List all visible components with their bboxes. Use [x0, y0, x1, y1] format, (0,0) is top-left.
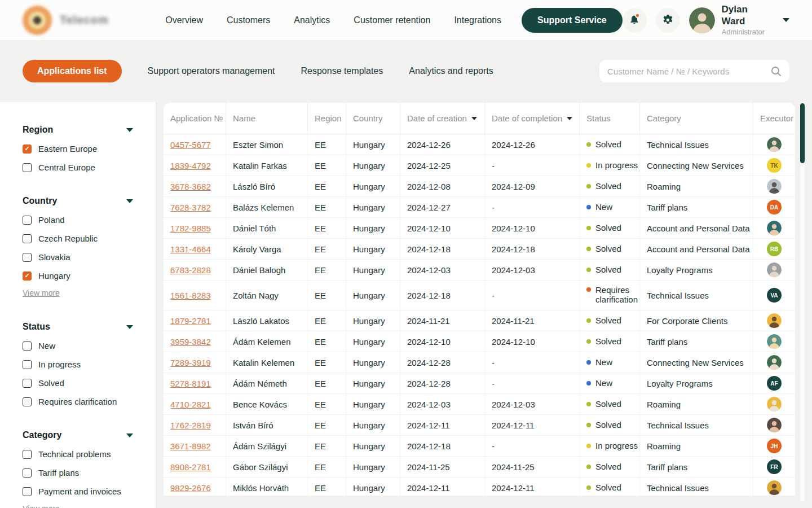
- executor-avatar[interactable]: FR: [767, 459, 782, 474]
- executor-avatar[interactable]: JH: [767, 439, 782, 453]
- executor-avatar[interactable]: RB: [767, 242, 782, 256]
- sort-chevron-icon[interactable]: [471, 117, 477, 120]
- application-number-link[interactable]: 1879-2781: [170, 316, 211, 326]
- chevron-down-icon[interactable]: [126, 325, 133, 329]
- checkbox[interactable]: [23, 163, 32, 172]
- filter-option-new[interactable]: New: [23, 341, 133, 351]
- filter-option-payment-and-invoices[interactable]: Payment and invoices: [23, 487, 133, 496]
- chevron-down-icon[interactable]: [126, 199, 133, 203]
- tab-response-templates[interactable]: Response templates: [301, 66, 383, 76]
- application-number-link[interactable]: 0457-5677: [170, 140, 211, 150]
- application-number-link[interactable]: 3959-3842: [170, 337, 211, 347]
- filter-option-central-europe[interactable]: Central Europe: [23, 163, 133, 172]
- filter-option-requires-clarification[interactable]: Requires clarification: [23, 397, 133, 406]
- cell-application-number: 4710-2821: [164, 394, 226, 414]
- executor-avatar[interactable]: AF: [767, 376, 782, 391]
- application-number-link[interactable]: 3678-3682: [170, 182, 211, 191]
- tab-support-operators-management[interactable]: Support operators management: [148, 66, 275, 76]
- application-number-link[interactable]: 1561-8283: [170, 291, 211, 300]
- executor-avatar[interactable]: [767, 221, 782, 235]
- status-label: Solved: [595, 336, 621, 346]
- application-number-link[interactable]: 7289-3919: [170, 358, 211, 367]
- executor-avatar[interactable]: [767, 480, 782, 495]
- executor-avatar[interactable]: VA: [767, 288, 782, 303]
- column-header-label: Executor: [760, 113, 793, 123]
- nav-item-analytics[interactable]: Analytics: [294, 15, 330, 25]
- filter-option-hungary[interactable]: ✓Hungary: [23, 271, 133, 281]
- view-more-link[interactable]: View more: [23, 288, 60, 297]
- executor-avatar[interactable]: [767, 397, 782, 411]
- checkbox[interactable]: [23, 234, 32, 243]
- filter-section-header[interactable]: Region: [23, 125, 133, 135]
- executor-avatar[interactable]: [767, 418, 782, 432]
- checkbox[interactable]: [23, 487, 32, 496]
- executor-avatar[interactable]: [767, 334, 782, 349]
- tab-analytics-and-reports[interactable]: Analytics and reports: [409, 66, 493, 76]
- user-menu[interactable]: Dylan Ward Administrator: [689, 3, 789, 37]
- application-number-link[interactable]: 1331-4664: [170, 244, 211, 254]
- search-icon[interactable]: [770, 65, 782, 77]
- filter-section-header[interactable]: Country: [23, 196, 133, 206]
- executor-avatar[interactable]: TK: [767, 158, 782, 173]
- chevron-down-icon[interactable]: [126, 128, 133, 132]
- chevron-down-icon[interactable]: [783, 18, 789, 22]
- checkbox[interactable]: [23, 468, 32, 478]
- notifications-button[interactable]: [623, 8, 647, 33]
- executor-avatar[interactable]: DA: [767, 200, 782, 214]
- scrollbar-thumb[interactable]: [800, 103, 805, 163]
- checkbox[interactable]: [23, 216, 32, 225]
- filter-option-tariff-plans[interactable]: Tariff plans: [23, 468, 133, 478]
- application-number-link[interactable]: 1782-9885: [170, 224, 211, 233]
- search-box[interactable]: [599, 60, 789, 82]
- checkbox[interactable]: [23, 450, 32, 459]
- application-number-link[interactable]: 9829-2676: [170, 483, 211, 493]
- column-header-label: Category: [647, 113, 681, 123]
- filter-option-in-progress[interactable]: In progress: [23, 360, 133, 369]
- checkbox[interactable]: [23, 341, 32, 351]
- filter-option-poland[interactable]: Poland: [23, 215, 133, 225]
- executor-avatar[interactable]: [767, 179, 782, 194]
- brand-name: Telecom: [60, 14, 109, 27]
- view-more-link[interactable]: View more: [23, 504, 60, 508]
- application-number-link[interactable]: 3671-8982: [170, 441, 211, 451]
- support-service-button[interactable]: Support Service: [522, 8, 623, 33]
- application-number-link[interactable]: 1839-4792: [170, 161, 211, 170]
- executor-avatar[interactable]: [767, 355, 782, 370]
- tab-applications-list[interactable]: Applications list: [23, 60, 122, 82]
- sort-chevron-icon[interactable]: [567, 117, 572, 120]
- filter-option-slovakia[interactable]: Slovakia: [23, 252, 133, 262]
- executor-avatar[interactable]: [767, 137, 782, 152]
- search-input[interactable]: [607, 67, 770, 76]
- application-number-link[interactable]: 8908-2781: [170, 462, 211, 472]
- nav-item-integrations[interactable]: Integrations: [454, 15, 501, 25]
- filter-section-header[interactable]: Category: [23, 430, 133, 440]
- application-number-link[interactable]: 4710-2821: [170, 400, 211, 409]
- cell-status: Requires clarification: [579, 281, 639, 310]
- checkbox[interactable]: [23, 397, 32, 406]
- nav-item-overview[interactable]: Overview: [165, 15, 203, 25]
- nav-item-customers[interactable]: Customers: [227, 15, 270, 25]
- executor-avatar[interactable]: [767, 313, 782, 328]
- application-number-link[interactable]: 7628-3782: [170, 203, 211, 212]
- settings-button[interactable]: [656, 8, 680, 33]
- cell-region: EE: [307, 373, 346, 393]
- application-number-link[interactable]: 5278-8191: [170, 379, 211, 388]
- checkbox[interactable]: ✓: [23, 271, 32, 281]
- filter-option-eastern-europe[interactable]: ✓Eastern Europe: [23, 144, 133, 154]
- application-number-link[interactable]: 6783-2828: [170, 265, 211, 275]
- scrollbar-track[interactable]: [800, 102, 805, 502]
- checkbox[interactable]: ✓: [23, 144, 32, 154]
- cell-name: Ádám Szilágyi: [226, 436, 307, 456]
- chevron-down-icon[interactable]: [126, 433, 133, 437]
- cell-date-of-completion: 2024-12-10: [484, 331, 579, 352]
- nav-item-customer-retention[interactable]: Customer retention: [354, 15, 430, 25]
- filter-option-technical-problems[interactable]: Technical problems: [23, 449, 133, 459]
- filter-option-solved[interactable]: Solved: [23, 378, 133, 388]
- filter-section-header[interactable]: Status: [23, 322, 133, 332]
- filter-option-czech-republic[interactable]: Czech Republic: [23, 234, 133, 243]
- executor-avatar[interactable]: [767, 262, 782, 277]
- checkbox[interactable]: [23, 379, 32, 388]
- checkbox[interactable]: [23, 360, 32, 369]
- application-number-link[interactable]: 1762-2819: [170, 421, 211, 430]
- checkbox[interactable]: [23, 253, 32, 262]
